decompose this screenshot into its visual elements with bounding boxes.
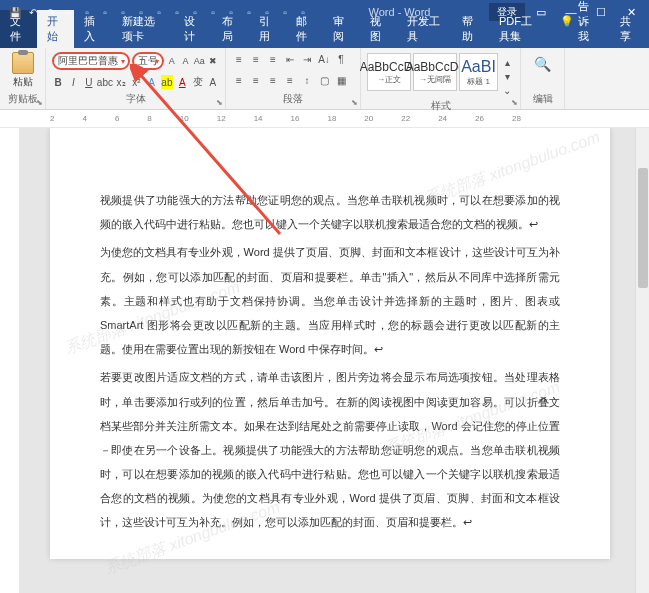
- qat-icon[interactable]: ▫: [296, 5, 310, 19]
- decrease-indent-icon[interactable]: ⇤: [283, 52, 297, 66]
- horizontal-ruler[interactable]: 246810121416182022242628: [0, 110, 649, 128]
- bullets-icon[interactable]: ≡: [232, 52, 246, 66]
- paragraph[interactable]: 为使您的文档具有专业外观，Word 提供了页眉、页脚、封面和文本框设计，这些设计…: [100, 240, 560, 361]
- tab-developer[interactable]: 开发工具: [397, 10, 451, 48]
- show-marks-icon[interactable]: ¶: [334, 52, 348, 66]
- increase-font-icon[interactable]: A: [166, 54, 178, 68]
- lightbulb-icon: 💡: [560, 15, 574, 28]
- redo-icon[interactable]: ↷: [44, 5, 58, 19]
- group-paragraph: ≡ ≡ ≡ ⇤ ⇥ A↓ ¶ ≡ ≡ ≡ ≡ ↕ ▢ ▦ 段落 ⬊: [226, 48, 361, 109]
- qat-icon[interactable]: ▫: [98, 5, 112, 19]
- tell-me-search[interactable]: 💡 告诉我: [552, 0, 608, 48]
- character-border-icon[interactable]: A: [207, 75, 219, 89]
- qat-icon[interactable]: ▫: [278, 5, 292, 19]
- qat-icon[interactable]: ▫: [260, 5, 274, 19]
- document-page[interactable]: 视频提供了功能强大的方法帮助您证明您的观点。当您单击联机视频时，可以在想要添加的…: [50, 128, 610, 559]
- dialog-launcher-icon[interactable]: ⬊: [511, 98, 518, 107]
- font-color-icon[interactable]: A: [176, 75, 188, 89]
- align-left-icon[interactable]: ≡: [232, 73, 246, 87]
- paragraph[interactable]: 若要更改图片适应文档的方式，请单击该图片，图片旁边将会显示布局选项按钮。当处理表…: [100, 365, 560, 534]
- paste-button[interactable]: 粘贴: [12, 50, 34, 89]
- scroll-thumb[interactable]: [638, 168, 648, 288]
- tab-pdf[interactable]: PDF工具集: [489, 10, 552, 48]
- ribbon-tabs: 文件 开始 插入 新建选项卡 设计 布局 引用 邮件 审阅 视图 开发工具 帮助…: [0, 24, 649, 48]
- dialog-launcher-icon[interactable]: ⬊: [351, 98, 358, 107]
- share-button[interactable]: 共享: [608, 10, 649, 48]
- borders-icon[interactable]: ▦: [334, 73, 348, 87]
- underline-icon[interactable]: U: [83, 75, 95, 89]
- multilevel-list-icon[interactable]: ≡: [266, 52, 280, 66]
- italic-icon[interactable]: I: [67, 75, 79, 89]
- chevron-down-icon: ▾: [155, 57, 159, 66]
- styles-gallery[interactable]: AaBbCcDc →正文 AaBbCcDc →无间隔 AaBI 标题 1 ▴ ▾…: [367, 50, 514, 99]
- group-font: 阿里巴巴普惠 ▾ 五号 ▾ A A Aa ✖ B I U abc x₂ x² A…: [46, 48, 226, 109]
- decrease-font-icon[interactable]: A: [180, 54, 192, 68]
- document-area: 视频提供了功能强大的方法帮助您证明您的观点。当您单击联机视频时，可以在想要添加的…: [0, 128, 649, 593]
- qat-icon[interactable]: ▫: [170, 5, 184, 19]
- highlight-icon[interactable]: ab: [161, 75, 173, 89]
- tab-help[interactable]: 帮助: [452, 10, 489, 48]
- qat-icon[interactable]: ▫: [80, 5, 94, 19]
- superscript-icon[interactable]: x²: [130, 75, 142, 89]
- save-icon[interactable]: 💾: [8, 5, 22, 19]
- phonetic-guide-icon[interactable]: 变: [191, 75, 203, 89]
- style-item[interactable]: AaBI 标题 1: [459, 53, 498, 91]
- numbering-icon[interactable]: ≡: [249, 52, 263, 66]
- quick-access-toolbar: 💾 ↶ ↷ ▫ ▫ ▫ ▫ ▫ ▫ ▫ ▫ ▫ ▫ ▫ ▫ ▫ ▫: [0, 5, 310, 19]
- clear-formatting-icon[interactable]: ✖: [207, 54, 219, 68]
- paragraph[interactable]: 视频提供了功能强大的方法帮助您证明您的观点。当您单击联机视频时，可以在想要添加的…: [100, 188, 560, 236]
- qat-icon[interactable]: ▫: [188, 5, 202, 19]
- qat-icon[interactable]: ▫: [116, 5, 130, 19]
- group-editing: 🔍 编辑: [521, 48, 565, 109]
- dialog-launcher-icon[interactable]: ⬊: [216, 98, 223, 107]
- align-right-icon[interactable]: ≡: [266, 73, 280, 87]
- increase-indent-icon[interactable]: ⇥: [300, 52, 314, 66]
- gallery-more-icon[interactable]: ⌄: [500, 83, 514, 97]
- justify-icon[interactable]: ≡: [283, 73, 297, 87]
- ribbon: 粘贴 剪贴板 ⬊ 阿里巴巴普惠 ▾ 五号 ▾ A A Aa ✖ B I U ab…: [0, 48, 649, 110]
- change-case-icon[interactable]: Aa: [193, 54, 205, 68]
- line-spacing-icon[interactable]: ↕: [300, 73, 314, 87]
- gallery-down-icon[interactable]: ▾: [500, 69, 514, 83]
- subscript-icon[interactable]: x₂: [115, 75, 127, 89]
- style-item[interactable]: AaBbCcDc →无间隔: [413, 53, 457, 91]
- paste-icon: [12, 52, 34, 74]
- text-effects-icon[interactable]: A: [145, 75, 157, 89]
- chevron-down-icon: ▾: [121, 57, 125, 66]
- gallery-up-icon[interactable]: ▴: [500, 55, 514, 69]
- style-item[interactable]: AaBbCcDc →正文: [367, 53, 411, 91]
- qat-icon[interactable]: ▫: [62, 5, 76, 19]
- find-icon[interactable]: 🔍: [534, 50, 551, 72]
- qat-icon[interactable]: ▫: [242, 5, 256, 19]
- dialog-launcher-icon[interactable]: ⬊: [36, 98, 43, 107]
- tab-view[interactable]: 视图: [360, 10, 397, 48]
- qat-icon[interactable]: ▫: [224, 5, 238, 19]
- vertical-scrollbar[interactable]: [635, 128, 649, 593]
- qat-icon[interactable]: ▫: [134, 5, 148, 19]
- qat-icon[interactable]: ▫: [152, 5, 166, 19]
- align-center-icon[interactable]: ≡: [249, 73, 263, 87]
- tab-review[interactable]: 审阅: [323, 10, 360, 48]
- shading-icon[interactable]: ▢: [317, 73, 331, 87]
- group-clipboard: 粘贴 剪贴板 ⬊: [0, 48, 46, 109]
- font-name-selector[interactable]: 阿里巴巴普惠 ▾: [52, 52, 130, 70]
- group-styles: AaBbCcDc →正文 AaBbCcDc →无间隔 AaBI 标题 1 ▴ ▾…: [361, 48, 521, 109]
- font-size-selector[interactable]: 五号 ▾: [132, 52, 164, 70]
- bold-icon[interactable]: B: [52, 75, 64, 89]
- undo-icon[interactable]: ↶: [26, 5, 40, 19]
- vertical-ruler[interactable]: [0, 128, 20, 593]
- sort-icon[interactable]: A↓: [317, 52, 331, 66]
- qat-icon[interactable]: ▫: [206, 5, 220, 19]
- strikethrough-icon[interactable]: abc: [98, 75, 112, 89]
